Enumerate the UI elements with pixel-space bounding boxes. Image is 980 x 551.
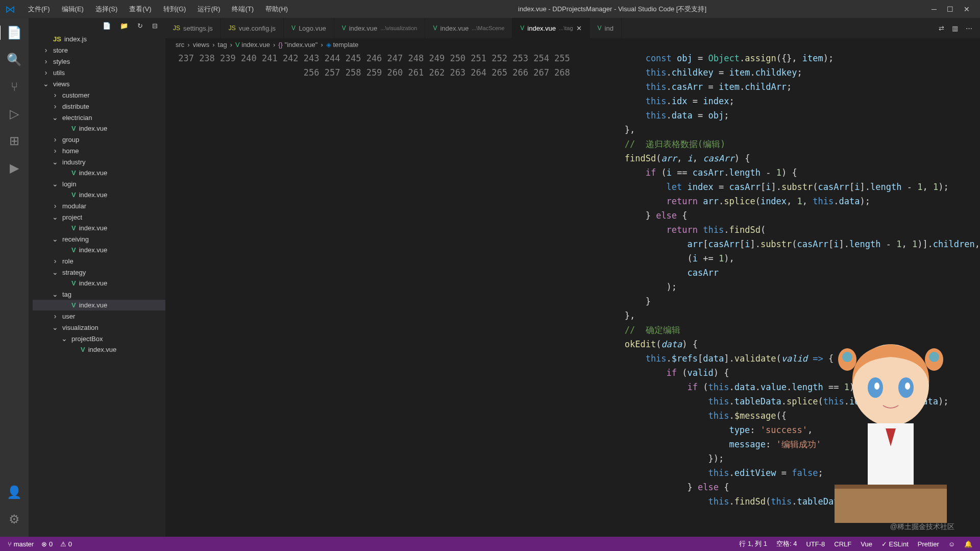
folder-item[interactable]: ›store [33,44,165,56]
vscode-logo-icon: ⋈ [5,3,15,15]
breadcrumb-item[interactable]: tag [218,41,227,49]
file-item[interactable]: Vindex.vue [33,278,165,289]
tab-label: index.vue [527,25,556,32]
file-item[interactable]: JSindex.js [33,34,165,44]
folder-item[interactable]: ⌄project [33,211,165,223]
source-control-icon[interactable]: ⑂ [11,80,18,94]
status-bell-icon[interactable]: 🔔 [964,540,972,548]
folder-item[interactable]: ›modular [33,200,165,211]
menu-item[interactable]: 帮助(H) [260,3,293,16]
item-label: tag [62,291,71,298]
folder-item[interactable]: ⌄electrician [33,112,165,123]
menu-item[interactable]: 运行(R) [192,3,225,16]
status-feedback-icon[interactable]: ☺ [948,540,955,548]
chevron-icon: ⌄ [51,213,59,221]
chevron-right-icon: › [212,41,214,49]
settings-icon[interactable]: ⚙ [9,512,20,526]
editor-tab[interactable]: JSsettings.js [165,18,221,38]
chevron-icon: ⌄ [51,268,59,276]
file-type-icon: JS [229,25,236,32]
folder-item[interactable]: ⌄views [33,78,165,89]
close-button[interactable]: ✕ [964,5,970,13]
file-item[interactable]: Vindex.vue [33,245,165,255]
editor-tab[interactable]: VLogo.vue [284,18,334,38]
editor-tab[interactable]: JSvue.config.js [221,18,284,38]
split-icon[interactable]: ▥ [952,25,958,32]
menu-item[interactable]: 终端(T) [227,3,259,16]
folder-item[interactable]: ›home [33,145,165,156]
folder-item[interactable]: ›group [33,134,165,145]
folder-item[interactable]: ⌄industry [33,156,165,167]
item-label: user [62,313,75,320]
menu-item[interactable]: 转到(G) [158,3,191,16]
menu-item[interactable]: 文件(F) [23,3,55,16]
breadcrumb-item[interactable]: views [193,41,210,49]
folder-item[interactable]: ›customer [33,89,165,101]
accounts-icon[interactable]: 👤 [7,485,22,499]
status-spaces[interactable]: 空格: 4 [776,539,797,548]
menu-item[interactable]: 查看(V) [124,3,156,16]
menu-item[interactable]: 选择(S) [90,3,122,16]
status-warnings[interactable]: ⚠ 0 [60,540,72,548]
menu-item[interactable]: 编辑(E) [57,3,89,16]
chevron-icon: ⌄ [51,113,59,122]
chevron-icon: › [42,68,50,77]
folder-item[interactable]: ›role [33,255,165,267]
file-item[interactable]: Vindex.vue [33,123,165,134]
new-folder-icon[interactable]: 📁 [120,22,128,30]
maximize-button[interactable]: ☐ [947,5,953,13]
file-item[interactable]: Vindex.vue [33,344,165,355]
file-item[interactable]: Vindex.vue [33,223,165,233]
status-eslint[interactable]: ✓ ESLint [881,540,909,548]
new-file-icon[interactable]: 📄 [103,22,111,30]
folder-item[interactable]: ›user [33,310,165,322]
file-item[interactable]: Vindex.vue [33,189,165,200]
status-language[interactable]: Vue [861,540,872,548]
folder-item[interactable]: ›utils [33,67,165,78]
file-item[interactable]: Vindex.vue [33,167,165,178]
extensions-icon[interactable]: ⊞ [9,134,19,148]
collapse-icon[interactable]: ⊟ [152,22,158,30]
folder-item[interactable]: ⌄tag [33,289,165,300]
refresh-icon[interactable]: ↻ [137,22,143,30]
folder-item[interactable]: ›distribute [33,101,165,112]
folder-item[interactable]: ⌄projectBox [33,333,165,344]
close-icon[interactable]: ✕ [576,25,582,32]
breadcrumb-item[interactable]: src [176,41,184,49]
debug-icon[interactable]: ▷ [10,107,19,121]
breadcrumb-item[interactable]: {} "index.vue" [278,41,317,49]
editor-tab[interactable]: Vindex.vue...\MacScene [425,18,512,38]
status-eol[interactable]: CRLF [834,540,851,548]
folder-item[interactable]: ›styles [33,56,165,67]
more-icon[interactable]: ⋯ [966,25,972,32]
item-label: index.vue [79,169,108,177]
folder-item[interactable]: ⌄strategy [33,267,165,278]
file-type-icon: V [71,246,76,254]
minimize-button[interactable]: ─ [932,5,937,13]
explorer-sidebar: 📄 📁 ↻ ⊟ JSindex.js›store›styles›utils⌄vi… [29,18,165,537]
status-position[interactable]: 行 1, 列 1 [739,539,767,548]
terminal-icon[interactable]: ▶ [10,161,19,175]
editor-tab[interactable]: Vind [590,18,622,38]
item-label: index.vue [79,191,108,199]
svg-point-10 [842,352,852,362]
menu-bar: 文件(F)编辑(E)选择(S)查看(V)转到(G)运行(R)终端(T)帮助(H) [23,3,293,16]
folder-item[interactable]: ⌄receiving [33,233,165,245]
file-type-icon: V [598,25,602,32]
compare-icon[interactable]: ⇄ [939,25,944,32]
breadcrumb-item[interactable]: V index.vue [235,41,270,49]
status-errors[interactable]: ⊗ 0 [41,540,53,548]
tab-desc: ...\visualization [380,25,417,31]
folder-item[interactable]: ⌄login [33,178,165,189]
folder-item[interactable]: ⌄visualization [33,322,165,333]
status-branch[interactable]: ⑂ master [8,540,34,548]
editor-tab[interactable]: Vindex.vue...\tag✕ [512,18,590,38]
chevron-icon: ⌄ [51,290,59,298]
explorer-icon[interactable]: 📄 [0,26,22,40]
status-prettier[interactable]: Prettier [918,540,939,548]
status-encoding[interactable]: UTF-8 [806,540,825,548]
file-item[interactable]: Vindex.vue [33,300,165,310]
breadcrumb-item[interactable]: ◈ template [326,41,358,49]
search-icon[interactable]: 🔍 [7,53,22,67]
editor-tab[interactable]: Vindex.vue...\visualization [334,18,426,38]
